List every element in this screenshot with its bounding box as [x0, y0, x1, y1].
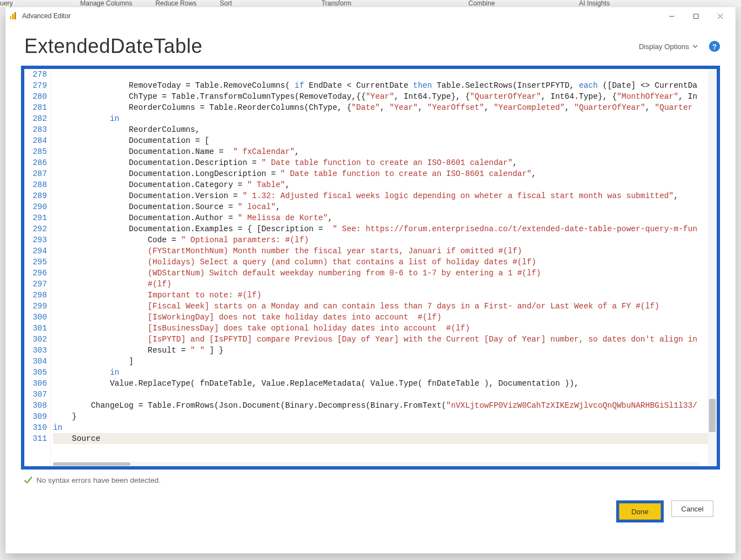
- svg-rect-2: [14, 12, 16, 19]
- help-icon[interactable]: ?: [709, 41, 720, 52]
- chevron-down-icon: [692, 44, 698, 49]
- vertical-scrollbar[interactable]: [708, 69, 717, 466]
- page-title: ExtendedDateTable: [24, 35, 203, 58]
- status-bar: No syntax errors have been detected.: [6, 474, 735, 485]
- ribbon-group: Transform: [250, 0, 369, 8]
- done-button[interactable]: Done: [619, 503, 661, 520]
- ribbon-group: Sort: [214, 0, 250, 8]
- check-icon: [23, 475, 33, 485]
- code-editor[interactable]: 2782792802812822832842852862872882892902…: [24, 69, 708, 466]
- horizontal-scrollbar[interactable]: [53, 462, 699, 466]
- done-button-highlight: Done: [616, 500, 664, 522]
- close-button[interactable]: [708, 8, 732, 24]
- ribbon-group: uery: [0, 0, 30, 8]
- svg-rect-4: [694, 14, 698, 18]
- advanced-editor-dialog: Advanced Editor ExtendedDateTable Displa…: [6, 7, 735, 553]
- window-title: Advanced Editor: [22, 12, 71, 20]
- svg-rect-0: [10, 16, 12, 19]
- ribbon-group: AI Insights: [512, 0, 627, 8]
- vertical-scrollbar-thumb[interactable]: [709, 399, 716, 432]
- ribbon-group: Combine: [369, 0, 512, 8]
- maximize-button[interactable]: [684, 8, 708, 24]
- code-editor-highlight-frame: 2782792802812822832842852862872882892902…: [21, 66, 720, 470]
- titlebar: Advanced Editor: [6, 7, 735, 25]
- cancel-button[interactable]: Cancel: [671, 500, 713, 517]
- display-options-dropdown[interactable]: Display Options: [639, 42, 698, 51]
- dialog-footer: Done Cancel: [6, 485, 735, 522]
- ribbon-group: Reduce Rows: [150, 0, 214, 8]
- line-number-gutter: 2782792802812822832842852862872882892902…: [24, 69, 51, 466]
- code-content[interactable]: RemoveToday = Table.RemoveColumns( if En…: [53, 69, 708, 466]
- powerbi-icon: [9, 12, 18, 20]
- display-options-label: Display Options: [639, 42, 689, 51]
- svg-rect-1: [12, 14, 14, 19]
- status-message: No syntax errors have been detected.: [36, 476, 161, 484]
- horizontal-scrollbar-thumb[interactable]: [53, 462, 130, 466]
- ribbon-group: Manage Columns: [30, 0, 150, 8]
- minimize-button[interactable]: [659, 8, 684, 24]
- dialog-header: ExtendedDateTable Display Options ?: [6, 25, 735, 63]
